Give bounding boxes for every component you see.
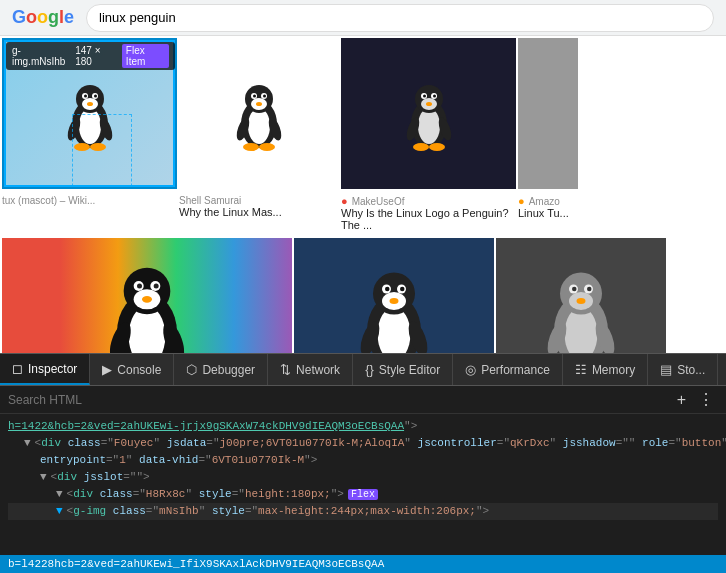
image-thumb-3[interactable] — [341, 38, 516, 189]
network-label: Network — [296, 363, 340, 377]
image-source-label-4: Amazo — [529, 196, 560, 207]
google-logo: Google — [12, 7, 74, 28]
penguin-icon-2 — [229, 74, 289, 154]
svg-point-7 — [94, 94, 97, 97]
browser-bar: Google linux penguin — [0, 0, 726, 36]
image-area: g-img.mNsIhb 147 × 180 Flex Item — [0, 36, 726, 389]
svg-point-19 — [253, 94, 256, 97]
image-row-top: g-img.mNsIhb 147 × 180 Flex Item — [0, 36, 726, 191]
tab-debugger[interactable]: ⬡ Debugger — [174, 354, 268, 385]
code-line-1: h=1422&hcb=2&ved=2ahUKEwi-jrjx9gSKAxW74c… — [8, 418, 718, 435]
badge-class: g-img.mNsIhb — [12, 45, 71, 67]
tab-memory[interactable]: ☷ Memory — [563, 354, 648, 385]
code-line-4: ▼<div jsslot=""> — [8, 469, 718, 486]
image-title-4: Linux Tu... — [518, 207, 578, 219]
flex-item-badge: Flex Item — [122, 44, 169, 68]
svg-point-45 — [137, 284, 142, 289]
image-thumb-4[interactable] — [518, 38, 578, 189]
devtools-code-content[interactable]: h=1422&hcb=2&ved=2ahUKEwi-jrjx9gSKAxW74c… — [0, 414, 726, 573]
code-line-5: ▼<div class="H8Rx8c" style="height:180px… — [8, 486, 718, 503]
image-source-4: ● Amazo Linux Tu... — [518, 195, 578, 219]
svg-point-47 — [142, 296, 152, 303]
style-editor-icon: {} — [365, 362, 374, 377]
style-editor-label: Style Editor — [379, 363, 440, 377]
code-line-6: ▼<g-img class="mNsIhb" style="max-height… — [8, 503, 718, 520]
more-button[interactable]: ⋮ — [694, 388, 718, 411]
search-bar[interactable]: linux penguin — [86, 4, 714, 32]
performance-icon: ◎ — [465, 362, 476, 377]
code-line-2: ▼<div class="F0uyec" jsdata="j00pre;6VT0… — [8, 435, 718, 452]
image-source-label-2: Shell Samurai — [179, 195, 339, 206]
image-title-2: Why the Linux Mas... — [179, 206, 339, 218]
tab-console[interactable]: ▶ Console — [90, 354, 174, 385]
image-thumb-1[interactable]: g-img.mNsIhb 147 × 180 Flex Item — [2, 38, 177, 189]
penguin-image-4 — [518, 38, 578, 189]
svg-point-34 — [426, 102, 432, 106]
storage-icon: ▤ — [660, 362, 672, 377]
memory-icon: ☷ — [575, 362, 587, 377]
svg-point-25 — [259, 143, 275, 151]
tab-performance[interactable]: ◎ Performance — [453, 354, 563, 385]
tab-inspector[interactable]: ◻ Inspector — [0, 354, 90, 385]
inspector-icon: ◻ — [12, 361, 23, 376]
svg-point-72 — [587, 287, 592, 292]
image-source-2: Shell Samurai Why the Linux Mas... — [179, 195, 339, 218]
devtools-tabs: ◻ Inspector ▶ Console ⬡ Debugger ⇅ Netwo… — [0, 354, 726, 386]
performance-label: Performance — [481, 363, 550, 377]
image-thumb-2[interactable] — [179, 38, 339, 189]
tab-storage[interactable]: ▤ Sto... — [648, 354, 718, 385]
storage-label: Sto... — [677, 363, 705, 377]
network-icon: ⇅ — [280, 362, 291, 377]
svg-point-32 — [423, 94, 426, 97]
svg-point-46 — [154, 284, 159, 289]
image-row-titles: tux (mascot) – Wiki... Shell Samurai Why… — [0, 191, 726, 236]
search-value: linux penguin — [99, 10, 176, 25]
code-line-3: entrypoint="1" data-vhid="6VT01u0770Ik-M… — [8, 452, 718, 469]
image-badge-overlay: g-img.mNsIhb 147 × 180 Flex Item — [6, 42, 175, 70]
console-icon: ▶ — [102, 362, 112, 377]
penguin-image-2 — [179, 38, 339, 189]
svg-point-60 — [390, 298, 399, 304]
penguin-icon-3 — [399, 74, 459, 154]
debugger-icon: ⬡ — [186, 362, 197, 377]
tab-style-editor[interactable]: {} Style Editor — [353, 354, 453, 385]
memory-label: Memory — [592, 363, 635, 377]
svg-point-58 — [385, 287, 390, 292]
svg-point-38 — [429, 143, 445, 151]
svg-point-6 — [84, 94, 87, 97]
image-source-1: tux (mascot) – Wiki... — [2, 195, 177, 206]
console-label: Console — [117, 363, 161, 377]
svg-point-73 — [577, 298, 586, 304]
image-source-label-3: MakeUseOf — [352, 196, 405, 207]
search-html-input[interactable] — [8, 393, 669, 407]
image-source-label-1: tux (mascot) – Wiki... — [2, 195, 177, 206]
inspector-label: Inspector — [28, 362, 77, 376]
svg-point-8 — [87, 102, 93, 106]
debugger-label: Debugger — [202, 363, 255, 377]
tab-network[interactable]: ⇅ Network — [268, 354, 353, 385]
image-source-3: ● MakeUseOf Why Is the Linux Logo a Peng… — [341, 195, 516, 231]
svg-point-71 — [572, 287, 577, 292]
bottom-status-bar: b=l4228hcb=2&ved=2ahUKEwi_IfiX9SKAxlAckD… — [0, 555, 726, 573]
svg-point-33 — [433, 94, 436, 97]
dashed-overlay — [72, 114, 132, 190]
add-button[interactable]: + — [673, 389, 690, 411]
image-title-3: Why Is the Linux Logo a Penguin? The ... — [341, 207, 516, 231]
svg-point-24 — [243, 143, 259, 151]
devtools-panel: ◻ Inspector ▶ Console ⬡ Debugger ⇅ Netwo… — [0, 353, 726, 573]
status-url: b=l4228hcb=2&ved=2ahUKEwi_IfiX9SKAxlAckD… — [8, 558, 384, 570]
svg-point-14 — [248, 108, 270, 144]
devtools-toolbar: + ⋮ — [0, 386, 726, 414]
svg-point-59 — [400, 287, 405, 292]
svg-point-20 — [263, 94, 266, 97]
svg-point-27 — [418, 108, 440, 144]
penguin-image-3 — [341, 38, 516, 189]
svg-point-37 — [413, 143, 429, 151]
svg-point-21 — [256, 102, 262, 106]
badge-size: 147 × 180 — [75, 45, 118, 67]
